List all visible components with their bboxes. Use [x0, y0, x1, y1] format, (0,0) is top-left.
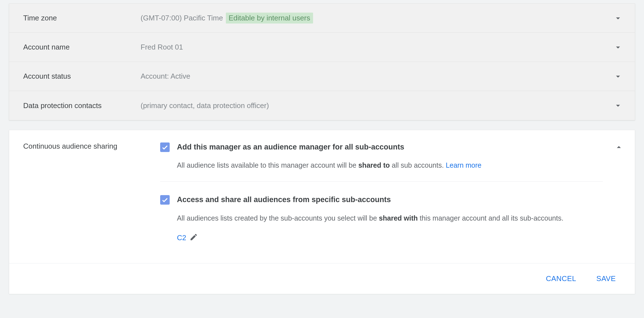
row-value: (GMT-07:00) Pacific Time Editable by int…	[141, 13, 612, 24]
row-data-protection[interactable]: Data protection contacts (primary contac…	[9, 91, 635, 120]
continuous-audience-sharing-card: Continuous audience sharing Add this man…	[9, 130, 635, 294]
desc-text: All audience lists available to this man…	[177, 161, 358, 169]
row-label: Account name	[9, 43, 141, 52]
time-zone-value: (GMT-07:00) Pacific Time	[141, 14, 223, 22]
row-label: Time zone	[9, 14, 141, 22]
save-button[interactable]: SAVE	[595, 272, 617, 285]
row-value: (primary contact, data protection office…	[141, 101, 612, 110]
desc-bold: shared to	[358, 161, 390, 169]
checkbox-access-share[interactable]	[160, 195, 170, 205]
section-label: Continuous audience sharing	[9, 142, 160, 253]
chevron-down-icon	[612, 13, 624, 23]
option-access-share: Access and share all audiences from spec…	[160, 195, 603, 253]
settings-page: Time zone (GMT-07:00) Pacific Time Edita…	[0, 0, 644, 300]
pencil-icon[interactable]	[190, 233, 198, 242]
option-add-manager: Add this manager as an audience manager …	[160, 142, 603, 182]
chevron-down-icon	[612, 43, 624, 52]
data-protection-value: (primary contact, data protection office…	[141, 101, 269, 110]
option-description: All audiences lists created by the sub-a…	[177, 213, 599, 224]
selected-sub-accounts: C2	[177, 233, 603, 242]
chevron-down-icon	[612, 72, 624, 81]
desc-text: this manager account and all its sub-acc…	[418, 214, 564, 222]
row-value: Fred Root 01	[141, 43, 612, 52]
desc-bold: shared with	[379, 214, 418, 222]
card-footer: CANCEL SAVE	[9, 263, 635, 294]
option-title: Add this manager as an audience manager …	[177, 142, 404, 152]
cancel-button[interactable]: CANCEL	[545, 272, 577, 285]
chevron-up-icon[interactable]	[611, 142, 624, 253]
selected-account-chip[interactable]: C2	[177, 233, 186, 242]
learn-more-link[interactable]: Learn more	[446, 161, 482, 169]
chevron-down-icon	[612, 101, 624, 110]
editable-badge: Editable by internal users	[226, 13, 313, 24]
desc-text: all sub accounts.	[390, 161, 446, 169]
account-name-value: Fred Root 01	[141, 43, 183, 52]
account-settings-panel: Time zone (GMT-07:00) Pacific Time Edita…	[9, 3, 635, 120]
row-label: Account status	[9, 72, 141, 81]
row-account-status[interactable]: Account status Account: Active	[9, 62, 635, 91]
desc-text: All audiences lists created by the sub-a…	[177, 214, 379, 222]
option-title: Access and share all audiences from spec…	[177, 195, 391, 205]
checkbox-add-manager[interactable]	[160, 142, 170, 152]
option-description: All audience lists available to this man…	[177, 160, 599, 171]
row-value: Account: Active	[141, 72, 612, 81]
row-account-name[interactable]: Account name Fred Root 01	[9, 33, 635, 62]
row-time-zone[interactable]: Time zone (GMT-07:00) Pacific Time Edita…	[9, 4, 635, 33]
account-status-value: Account: Active	[141, 72, 190, 81]
options-column: Add this manager as an audience manager …	[160, 142, 611, 253]
row-label: Data protection contacts	[9, 101, 141, 110]
